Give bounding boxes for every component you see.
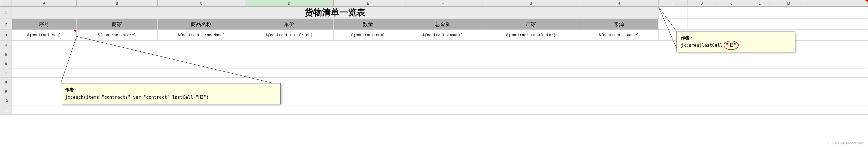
header-store[interactable]: 商家 [76, 19, 157, 30]
row-header-4[interactable]: 4 [0, 41, 12, 50]
cell-A3[interactable]: ${contract.seq} [11, 30, 76, 41]
comment-jx-each[interactable]: 作者： jx:each(items="contracts" var="contr… [61, 83, 281, 104]
cell-extra1[interactable] [803, 7, 868, 19]
row-header-10[interactable]: 10 [0, 96, 12, 105]
cell-F3[interactable]: ${contract.amount} [403, 30, 483, 41]
cell-J2[interactable] [687, 19, 716, 30]
header-amount[interactable]: 总金额 [403, 19, 483, 30]
cell-H3[interactable]: ${contract.source} [579, 30, 658, 41]
header-num[interactable]: 数量 [333, 19, 403, 30]
row-6: 6 [0, 59, 868, 68]
col-header-H[interactable]: H [579, 0, 658, 7]
cell-L2[interactable] [745, 19, 774, 30]
cell-extra3[interactable] [803, 30, 868, 41]
select-all-corner[interactable] [0, 0, 12, 7]
row-7: 7 [0, 68, 868, 78]
cell-E3[interactable]: ${contract.num} [333, 30, 403, 41]
comment-author-label: 作者： [681, 34, 791, 41]
header-source[interactable]: 来源 [579, 19, 658, 30]
col-header-C[interactable]: C [157, 0, 245, 7]
col-header-B[interactable]: B [76, 0, 157, 7]
column-header-row: A B C D E F G H I J K L M [0, 0, 868, 7]
row-header-8[interactable]: 8 [0, 78, 12, 87]
col-header-G[interactable]: G [483, 0, 579, 7]
watermark: CSDN @HadryChen [828, 141, 865, 145]
header-manufactor[interactable]: 厂家 [483, 19, 579, 30]
cell-K1[interactable] [716, 7, 745, 19]
row-2: 2 序号 商家 商品名称 单价 数量 总金额 厂家 来源 [0, 19, 868, 30]
cell-C3[interactable]: ${contract.tradeName} [157, 30, 245, 41]
header-unitprice[interactable]: 单价 [245, 19, 333, 30]
title-cell[interactable]: 货物清单一览表 [11, 7, 658, 19]
col-header-J[interactable]: J [687, 0, 716, 7]
cell-G3[interactable]: ${contract.manufactor} [483, 30, 579, 41]
row-header-6[interactable]: 6 [0, 59, 12, 68]
cell-K2[interactable] [716, 19, 745, 30]
comment-body-prefix: jx:area(lastCell= [681, 43, 725, 48]
cell-L1[interactable] [745, 7, 774, 19]
header-seq[interactable]: 序号 [11, 19, 76, 30]
row-1: 1 货物清单一览表 [0, 7, 868, 19]
col-header-E[interactable]: E [333, 0, 403, 7]
row-header-5[interactable]: 5 [0, 50, 12, 59]
cell-M2[interactable] [774, 19, 803, 30]
row-header-1[interactable]: 1 [0, 7, 12, 19]
col-header-M[interactable]: M [774, 0, 803, 7]
comment-author-label: 作者： [65, 86, 276, 93]
cells-row7[interactable] [11, 68, 868, 78]
col-header-L[interactable]: L [745, 0, 774, 7]
cell-I1[interactable] [658, 7, 687, 19]
comment-jx-area[interactable]: 作者： jx:area(lastCell="H3") [677, 31, 795, 52]
col-header-extra[interactable] [803, 0, 868, 7]
cells-row11[interactable] [11, 105, 868, 115]
header-tradename[interactable]: 商品名称 [157, 19, 245, 30]
row-header-3[interactable]: 3 [0, 30, 12, 41]
cell-B3[interactable]: ${contract.store} [76, 30, 157, 41]
col-header-D[interactable]: D [245, 0, 333, 7]
cell-D3[interactable]: ${contract.unitPrice} [245, 30, 333, 41]
col-header-I[interactable]: I [658, 0, 687, 7]
comment-body: jx:each(items="contracts" var="contract"… [65, 95, 209, 100]
col-header-F[interactable]: F [403, 0, 483, 7]
row-header-7[interactable]: 7 [0, 68, 12, 78]
row-header-9[interactable]: 9 [0, 87, 12, 96]
row-header-11[interactable]: 11 [0, 105, 12, 115]
cell-M1[interactable] [774, 7, 803, 19]
col-header-A[interactable]: A [11, 0, 76, 7]
col-header-K[interactable]: K [716, 0, 745, 7]
cell-J1[interactable] [687, 7, 716, 19]
cell-I2[interactable] [658, 19, 687, 30]
comment-highlight: "H3" [725, 42, 737, 49]
cells-row6[interactable] [11, 59, 868, 68]
row-11: 11 [0, 105, 868, 115]
spreadsheet-viewport: A B C D E F G H I J K L M 1 货物清单一览表 2 序号… [0, 0, 868, 147]
cell-extra2[interactable] [803, 19, 868, 30]
row-header-2[interactable]: 2 [0, 19, 12, 30]
